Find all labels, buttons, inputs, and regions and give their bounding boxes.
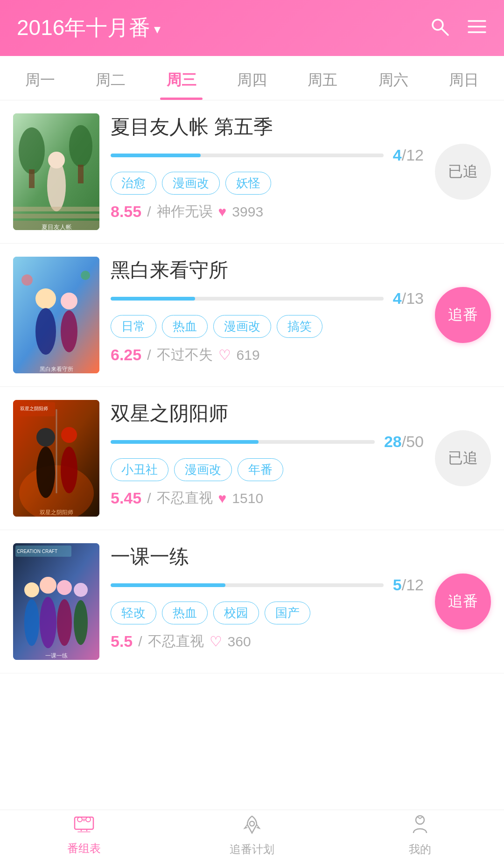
progress-row: 4/13 (111, 289, 424, 308)
progress-text: 28/50 (384, 433, 424, 451)
anime-cover: 双星之阴阳师 双星之阴阳师 (13, 400, 99, 517)
svg-text:一课一练: 一课一练 (45, 652, 68, 659)
svg-point-35 (24, 582, 39, 597)
svg-text:CREATION CRAFT: CREATION CRAFT (17, 549, 57, 554)
svg-text:黑白来看守所: 黑白来看守所 (40, 366, 73, 372)
anime-cover: 黑白来看守所 (13, 257, 99, 373)
svg-point-41 (57, 599, 72, 646)
tab-sun[interactable]: 周日 (429, 56, 499, 100)
svg-point-17 (35, 288, 56, 309)
search-icon[interactable] (429, 16, 450, 40)
tag[interactable]: 轻改 (111, 602, 156, 624)
unfollow-button[interactable]: 已追 (435, 430, 491, 486)
svg-text:双星之阴阳师: 双星之阴阳师 (20, 406, 48, 411)
likes-count: 1510 (232, 490, 263, 506)
tags-row: 治愈漫画改妖怪 (111, 172, 424, 195)
header-title[interactable]: 2016年十月番 ▾ (17, 14, 161, 42)
likes-count: 360 (228, 634, 251, 650)
season-title: 2016年十月番 (17, 14, 150, 42)
anime-title: 双星之阴阳师 (111, 402, 424, 425)
svg-rect-9 (78, 165, 84, 183)
score-separator: / (147, 204, 151, 220)
score-row: 8.55 / 神作无误♥3993 (111, 202, 424, 221)
tag[interactable]: 热血 (162, 602, 208, 624)
progress-text: 4/13 (393, 289, 424, 308)
progress-bar-fill (111, 583, 225, 587)
menu-icon[interactable] (467, 16, 487, 40)
score-separator: / (147, 490, 151, 506)
tag[interactable]: 校园 (213, 602, 259, 624)
likes-count: 619 (237, 347, 260, 363)
svg-point-29 (61, 447, 77, 493)
progress-row: 5/12 (111, 576, 424, 594)
app-header: 2016年十月番 ▾ (0, 0, 504, 56)
score-label: 不忍直视 (148, 632, 204, 651)
progress-bar-fill (111, 440, 259, 444)
svg-rect-12 (13, 207, 99, 211)
anime-item: CREATION CRAFT 一课一练 一课一练5/12轻改热血校园国产5.5 … (0, 530, 504, 673)
tag[interactable]: 治愈 (111, 172, 156, 195)
likes-count: 3993 (232, 204, 263, 220)
tag[interactable]: 漫画改 (174, 458, 232, 481)
tag[interactable]: 日常 (111, 315, 156, 338)
tab-wed[interactable]: 周三 (146, 56, 217, 100)
score-number: 5.45 (111, 489, 141, 507)
tag[interactable]: 漫画改 (162, 172, 220, 195)
svg-point-38 (74, 583, 88, 597)
progress-bar-bg (111, 154, 384, 157)
tag[interactable]: 热血 (162, 315, 208, 338)
svg-point-26 (36, 428, 55, 447)
svg-point-39 (24, 599, 39, 646)
tab-fri[interactable]: 周五 (287, 56, 358, 100)
svg-point-18 (35, 308, 56, 355)
score-row: 5.45 / 不忍直视♥1510 (111, 489, 424, 508)
svg-point-42 (74, 600, 88, 645)
svg-point-20 (61, 310, 77, 352)
tags-row: 轻改热血校园国产 (111, 602, 424, 624)
svg-text:夏目友人帐: 夏目友人帐 (42, 224, 72, 230)
follow-button[interactable]: 追番 (435, 574, 491, 630)
svg-point-36 (40, 577, 56, 594)
progress-bar-bg (111, 583, 384, 587)
tag[interactable]: 年番 (238, 458, 283, 481)
unfollow-button[interactable]: 已追 (435, 144, 491, 200)
anime-info: 双星之阴阳师28/50小丑社漫画改年番5.45 / 不忍直视♥1510 (111, 400, 424, 508)
svg-point-21 (21, 274, 33, 286)
header-actions (429, 16, 487, 40)
svg-rect-7 (29, 169, 35, 188)
anime-info: 一课一练5/12轻改热血校园国产5.5 / 不忍直视♡360 (111, 543, 424, 651)
anime-info: 夏目友人帐 第五季4/12治愈漫画改妖怪8.55 / 神作无误♥3993 (111, 113, 424, 221)
score-separator: / (138, 634, 142, 650)
score-row: 5.5 / 不忍直视♡360 (111, 632, 424, 651)
tab-mon[interactable]: 周一 (5, 56, 75, 100)
svg-point-37 (57, 580, 72, 595)
tag[interactable]: 妖怪 (225, 172, 271, 195)
tab-sat[interactable]: 周六 (358, 56, 428, 100)
score-label: 不过不失 (157, 345, 213, 364)
tag[interactable]: 小丑社 (111, 458, 168, 481)
svg-point-27 (36, 447, 55, 498)
anime-list: 夏目友人帐 夏目友人帐 第五季4/12治愈漫画改妖怪8.55 / 神作无误♥39… (0, 100, 504, 729)
score-number: 6.25 (111, 346, 141, 364)
svg-point-22 (81, 271, 90, 280)
score-number: 8.55 (111, 203, 141, 221)
svg-point-40 (40, 597, 56, 648)
anime-cover: CREATION CRAFT 一课一练 (13, 543, 99, 660)
anime-title: 黑白来看守所 (111, 259, 424, 282)
anime-item: 双星之阴阳师 双星之阴阳师 双星之阴阳师28/50小丑社漫画改年番5.45 / … (0, 387, 504, 530)
tag[interactable]: 国产 (265, 602, 310, 624)
tag[interactable]: 漫画改 (213, 315, 271, 338)
progress-bar-bg (111, 440, 375, 444)
tag[interactable]: 搞笑 (277, 315, 322, 338)
svg-rect-13 (13, 214, 99, 218)
score-label: 神作无误 (157, 202, 213, 221)
follow-button[interactable]: 追番 (435, 287, 491, 343)
tab-tue[interactable]: 周二 (75, 56, 146, 100)
tab-thu[interactable]: 周四 (217, 56, 287, 100)
progress-text: 4/12 (393, 146, 424, 164)
progress-bar-bg (111, 297, 384, 301)
heart-icon: ♡ (210, 633, 222, 650)
progress-row: 4/12 (111, 146, 424, 164)
svg-point-8 (69, 125, 92, 167)
progress-bar-fill (111, 297, 195, 301)
